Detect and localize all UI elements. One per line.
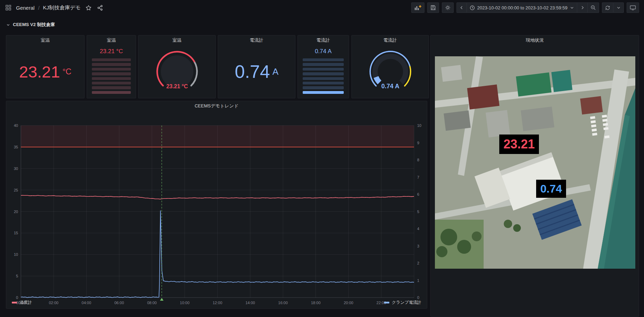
panel-temp-bargauge: 室温 23.21 °C	[87, 35, 136, 98]
stat-current-value: 0.74	[235, 63, 270, 81]
svg-text:15: 15	[14, 231, 18, 235]
map-current-overlay: 0.74	[536, 180, 566, 198]
refresh-button[interactable]	[602, 2, 613, 13]
svg-text:20: 20	[14, 210, 18, 214]
bargauge-current-value: 0.74 A	[298, 45, 349, 56]
dashboard-grid-icon[interactable]	[5, 4, 12, 11]
legend-item-temperature[interactable]: 温度計	[12, 300, 32, 306]
bargauge-temp-value: 23.21 °C	[87, 45, 136, 56]
svg-text:1: 1	[417, 278, 419, 283]
svg-text:35: 35	[14, 145, 18, 149]
svg-text:10: 10	[417, 123, 421, 128]
current-gauge-svg: 0.74 A	[364, 46, 416, 98]
share-button[interactable]	[96, 4, 104, 11]
svg-text:7: 7	[417, 175, 419, 179]
stat-current-value-group: 0.74 A	[218, 45, 295, 98]
panel-title[interactable]: 室温	[6, 35, 84, 45]
legend-label-clamp-current: クランプ電流計	[392, 300, 421, 306]
row-header-ceems[interactable]: CEEMS V2 制技倉庫	[6, 22, 55, 28]
svg-text:2: 2	[417, 261, 419, 265]
panel-temp-gauge: 室温 23.21 °C	[138, 35, 216, 98]
svg-text:10: 10	[14, 252, 18, 257]
aerial-map-svg	[435, 56, 635, 269]
svg-text:40: 40	[14, 123, 18, 128]
breadcrumb-title[interactable]: KJ制技倉庫デモ	[43, 5, 81, 11]
map-panel-title[interactable]: 現地状況	[431, 35, 639, 45]
svg-text:3: 3	[417, 244, 419, 248]
trend-panel-title[interactable]: CEEMSデモトレンド	[6, 101, 427, 111]
legend-item-clamp-current[interactable]: クランプ電流計	[384, 300, 421, 306]
legend-label-temperature: 温度計	[19, 300, 32, 306]
svg-text:25: 25	[14, 188, 18, 192]
stat-temp-value: 23.21	[19, 64, 60, 80]
time-range-button[interactable]: 2023-10-02 00:00:00 to 2023-10-02 23:59:…	[467, 2, 578, 13]
stat-temp-unit: °C	[62, 67, 71, 76]
top-navbar: General / KJ制技倉庫デモ	[0, 0, 644, 15]
trend-legend: 温度計 クランプ電流計	[12, 300, 421, 306]
panel-trend-chart: CEEMSデモトレンド 0510152025303540012345678910…	[6, 101, 427, 309]
row-title: CEEMS V2 制技倉庫	[13, 22, 55, 28]
panel-current-stat: 電流計 0.74 A	[218, 35, 295, 98]
temp-bargauge-segments	[87, 56, 136, 98]
refresh-group	[602, 2, 624, 13]
panel-temp-stat: 室温 23.21 °C	[6, 35, 85, 98]
svg-text:30: 30	[14, 166, 18, 171]
clock-icon	[470, 5, 475, 10]
trend-chart-svg[interactable]: 051015202530354001234567891000:0002:0004…	[9, 121, 425, 316]
svg-text:0.74 A: 0.74 A	[381, 83, 399, 90]
panel-title[interactable]: 室温	[138, 35, 215, 45]
svg-text:5: 5	[417, 210, 419, 214]
kiosk-tv-button[interactable]	[627, 2, 639, 13]
stat-temp-value-group: 23.21 °C	[6, 45, 84, 98]
panel-title[interactable]: 電流計	[298, 35, 349, 45]
chevron-down-icon	[570, 6, 574, 10]
svg-text:6: 6	[417, 192, 419, 196]
breadcrumb-section[interactable]: General	[16, 5, 34, 11]
grafana-dashboard: General / KJ制技倉庫デモ	[0, 0, 644, 317]
stat-current-unit: A	[272, 66, 278, 77]
svg-text:9: 9	[417, 141, 419, 145]
current-bargauge-segments	[298, 56, 349, 98]
star-button[interactable]	[85, 4, 92, 11]
legend-swatch-temperature	[12, 302, 17, 303]
svg-text:0: 0	[16, 295, 18, 300]
panel-current-bargauge: 電流計 0.74 A	[297, 35, 349, 98]
refresh-interval-caret-button[interactable]	[613, 2, 624, 13]
time-shift-forward-button[interactable]	[577, 2, 588, 13]
row-collapse-chevron-icon	[6, 23, 10, 27]
time-range-text: 2023-10-02 00:00:00 to 2023-10-02 23:59:…	[477, 5, 568, 10]
time-picker-group: 2023-10-02 00:00:00 to 2023-10-02 23:59:…	[456, 2, 599, 13]
save-dashboard-button[interactable]	[427, 2, 439, 13]
panel-title[interactable]: 電流計	[218, 35, 295, 45]
zoom-out-button[interactable]	[588, 2, 599, 13]
panel-site-map: 現地状況	[430, 35, 639, 317]
panel-current-gauge: 電流計 0.74 A	[351, 35, 429, 98]
breadcrumb-separator: /	[38, 5, 39, 11]
svg-text:23.21 °C: 23.21 °C	[166, 83, 188, 89]
breadcrumb: General / KJ制技倉庫デモ	[16, 5, 81, 11]
aerial-map-image: 23.21 0.74	[435, 56, 635, 269]
legend-swatch-clamp-current	[384, 302, 389, 303]
add-panel-button[interactable]	[411, 2, 424, 13]
svg-text:0: 0	[417, 295, 419, 300]
svg-text:4: 4	[417, 227, 419, 231]
panel-title[interactable]: 室温	[87, 35, 136, 45]
map-temp-overlay: 23.21	[499, 135, 539, 154]
svg-text:5: 5	[16, 274, 18, 278]
temp-gauge-svg: 23.21 °C	[151, 46, 203, 98]
svg-text:8: 8	[417, 158, 419, 162]
time-shift-back-button[interactable]	[456, 2, 467, 13]
dashboard-settings-button[interactable]	[442, 2, 454, 13]
panel-title[interactable]: 電流計	[352, 35, 429, 45]
